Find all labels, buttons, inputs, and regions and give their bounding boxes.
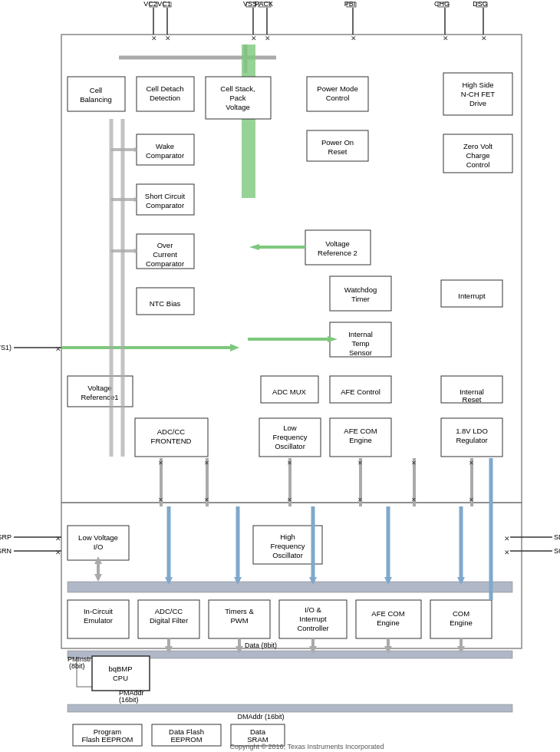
x-540: ✕ bbox=[411, 460, 417, 467]
dmaddr-label: DMAddr (16bit) bbox=[237, 713, 284, 721]
copyright-text: Copyright © 2016, Texas Instruments Inco… bbox=[229, 743, 384, 750]
io-interrupt-label3: Controller bbox=[297, 624, 328, 632]
x-ad0: ✕ bbox=[55, 345, 61, 353]
pin-srp-label: SRP bbox=[0, 533, 12, 541]
adc-mux-label: ADC MUX bbox=[272, 388, 306, 396]
x-540b: ✕ bbox=[411, 496, 417, 503]
io-interrupt-label2: Interrupt bbox=[299, 615, 327, 623]
cell-stack-label3: Voltage bbox=[226, 103, 250, 111]
adc-cc-digital-label2: Digital Filter bbox=[150, 616, 188, 625]
svg-marker-37 bbox=[230, 344, 239, 351]
over-current-label3: Comparator bbox=[146, 259, 184, 268]
pin-dsg: DSG bbox=[473, 0, 488, 8]
ntc-bias-label: NTC Bias bbox=[150, 299, 181, 308]
internal-reset-label2: Reset bbox=[463, 395, 482, 404]
afe-control-label: AFE Control bbox=[341, 388, 380, 396]
cell-balancing-label: Cell bbox=[90, 86, 102, 94]
cpu-label2: CPU bbox=[113, 674, 128, 682]
zero-volt-label2: Charge bbox=[466, 151, 489, 160]
wake-comp-label2: Comparator bbox=[146, 151, 184, 160]
power-on-reset-label2: Reset bbox=[328, 147, 348, 156]
svg-marker-70 bbox=[94, 574, 102, 582]
adc-cc-frontend-label2: FRONTEND bbox=[151, 437, 192, 445]
low-volt-io-label2: I/O bbox=[94, 543, 104, 551]
afe-com-engine-afe-label: AFE COM bbox=[344, 427, 377, 435]
cell-stack-label2: Pack bbox=[229, 94, 245, 102]
cell-detach-label: Cell Detach bbox=[146, 84, 183, 93]
pin-sda-label: SDA bbox=[554, 533, 560, 541]
in-circuit-label2: Emulator bbox=[84, 616, 113, 625]
wake-comp-label: Wake bbox=[156, 142, 174, 150]
adc-cc-digital-label: ADC/CC bbox=[155, 607, 183, 615]
x-378: ✕ bbox=[287, 460, 292, 467]
short-circuit-label: Short Circuit bbox=[145, 192, 186, 200]
cell-balancing-label2: Balancing bbox=[80, 95, 112, 104]
watchdog-label2: Timer bbox=[351, 295, 370, 303]
zero-volt-label: Zero Volt bbox=[463, 142, 492, 150]
internal-temp-label3: Sensor bbox=[349, 348, 372, 357]
x-scl: ✕ bbox=[504, 549, 510, 556]
low-freq-osc-label: Low bbox=[283, 424, 297, 432]
x-pbi: ✕ bbox=[351, 35, 357, 42]
afe-com-dig-label: AFE COM bbox=[371, 609, 404, 618]
pin-srn-label: SRN bbox=[0, 547, 12, 555]
power-mode-label: Power Mode bbox=[317, 84, 357, 93]
x-vc2: ✕ bbox=[151, 35, 157, 42]
prog-flash-label2: Flash EEPROM bbox=[81, 735, 133, 744]
short-circuit-label2: Comparator bbox=[146, 201, 184, 209]
data-flash-label2: EEPROM bbox=[170, 735, 202, 744]
pmaddr-label2: (16bit) bbox=[119, 696, 139, 704]
x-pack: ✕ bbox=[265, 35, 271, 42]
low-volt-io-label: Low Voltage bbox=[78, 533, 118, 542]
x-srp: ✕ bbox=[55, 535, 61, 543]
cell-stack-label: Cell Stack, bbox=[220, 84, 255, 93]
x-sda: ✕ bbox=[504, 535, 510, 543]
ldo-reg-label2: Regulator bbox=[456, 436, 487, 444]
over-current-label: Over bbox=[157, 241, 173, 249]
io-interrupt-label: I/O & bbox=[305, 605, 321, 614]
high-freq-osc-label: High bbox=[280, 533, 295, 541]
internal-temp-label: Internal bbox=[348, 330, 373, 338]
power-mode-label2: Control bbox=[326, 94, 350, 102]
interrupt-label: Interrupt bbox=[458, 292, 486, 300]
x-615: ✕ bbox=[469, 460, 474, 467]
internal-temp-label2: Temp bbox=[351, 339, 369, 348]
adc-cc-frontend-label: ADC/CC bbox=[157, 427, 186, 436]
cell-detach-label2: Detection bbox=[150, 94, 180, 102]
in-circuit-label: In-Circuit bbox=[84, 607, 113, 615]
com-engine-label: COM bbox=[453, 609, 469, 618]
cpu-label: bqBMP bbox=[108, 665, 132, 673]
x-210: ✕ bbox=[158, 460, 163, 467]
x-270: ✕ bbox=[204, 460, 209, 467]
low-freq-osc-label2: Frequency bbox=[273, 433, 308, 441]
pin-vc1: VC1 bbox=[157, 0, 171, 8]
watchdog-label: Watchdog bbox=[344, 285, 377, 294]
svg-rect-73 bbox=[68, 582, 512, 592]
voltage-ref2-label2: Reference 2 bbox=[318, 249, 357, 257]
x-dsg: ✕ bbox=[481, 35, 487, 42]
x-470b: ✕ bbox=[357, 496, 363, 503]
x-270b: ✕ bbox=[204, 496, 209, 503]
pin-pack: PACK bbox=[255, 0, 273, 8]
pin-scl-label: SCL bbox=[554, 547, 560, 555]
high-side-label2: N-CH FET bbox=[461, 90, 496, 98]
zero-volt-label3: Control bbox=[466, 160, 490, 169]
pin-pbi: PBI bbox=[344, 0, 356, 8]
diagram-container: bqBMP CPU VC2 VC1 VSS PACK PBI CHG DSG ✕… bbox=[0, 0, 560, 752]
high-freq-osc-label3: Oscillator bbox=[272, 551, 303, 559]
high-side-label3: Drive bbox=[469, 99, 486, 107]
x-vss: ✕ bbox=[251, 35, 257, 42]
x-srn: ✕ bbox=[55, 549, 61, 556]
com-engine-label2: Engine bbox=[450, 618, 473, 627]
ldo-reg-label: 1.8V LDO bbox=[456, 427, 488, 435]
low-freq-osc-label3: Oscillator bbox=[275, 442, 305, 450]
x-chg: ✕ bbox=[443, 35, 449, 42]
high-freq-osc-label2: Frequency bbox=[271, 542, 305, 550]
data-sram-label2: SRAM bbox=[247, 735, 268, 744]
data-8bit-label: Data (8bit) bbox=[245, 642, 277, 649]
power-on-reset-label: Power On bbox=[321, 138, 354, 147]
pin-ad0-label: AD0/RC0 (TS1) bbox=[0, 344, 12, 351]
pin-chg: CHG bbox=[434, 0, 450, 8]
x-470: ✕ bbox=[357, 460, 363, 467]
x-378b: ✕ bbox=[287, 496, 292, 503]
